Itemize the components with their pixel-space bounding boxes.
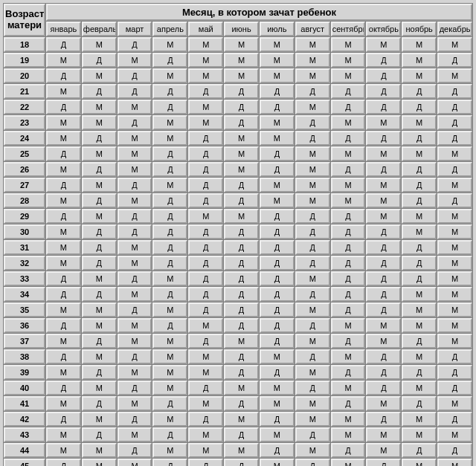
value-cell: Д: [152, 427, 187, 442]
value-cell: М: [295, 162, 330, 177]
value-cell: М: [402, 459, 437, 466]
age-cell: 24: [4, 131, 45, 146]
value-cell: Д: [224, 271, 259, 286]
value-cell: Д: [295, 84, 330, 99]
value-cell: Д: [331, 365, 366, 380]
age-cell: 41: [4, 396, 45, 411]
value-cell: Д: [152, 162, 187, 177]
value-cell: М: [331, 318, 366, 333]
value-cell: Д: [402, 131, 437, 146]
table-row: 44ММДМММДМДМДД: [4, 443, 472, 458]
value-cell: Д: [331, 162, 366, 177]
month-header: март: [118, 22, 152, 36]
value-cell: М: [152, 131, 187, 146]
value-cell: М: [331, 178, 366, 192]
value-cell: М: [152, 443, 187, 458]
value-cell: М: [46, 240, 81, 255]
value-cell: Д: [224, 287, 259, 302]
age-cell: 37: [4, 334, 45, 349]
table-row: 37МДММДМДМДМДМ: [4, 334, 472, 349]
value-cell: М: [402, 37, 437, 52]
value-cell: М: [152, 412, 187, 427]
age-cell: 20: [4, 68, 45, 83]
value-cell: М: [402, 381, 437, 395]
value-cell: М: [82, 115, 117, 130]
value-cell: Д: [224, 396, 259, 411]
value-cell: М: [224, 412, 259, 427]
value-cell: Д: [46, 178, 81, 192]
value-cell: Д: [402, 162, 437, 177]
value-cell: М: [295, 334, 330, 349]
value-cell: Д: [46, 100, 81, 114]
value-cell: Д: [366, 365, 401, 380]
value-cell: М: [118, 287, 152, 302]
value-cell: М: [331, 146, 366, 161]
value-cell: М: [152, 365, 187, 380]
value-cell: Д: [82, 256, 117, 271]
value-cell: М: [295, 193, 330, 208]
value-cell: М: [82, 459, 117, 466]
value-cell: Д: [295, 209, 330, 224]
value-cell: Д: [152, 224, 187, 239]
value-cell: М: [152, 178, 187, 192]
value-cell: Д: [366, 53, 401, 68]
value-cell: М: [188, 115, 223, 130]
month-header: январь: [46, 22, 81, 36]
value-cell: Д: [82, 365, 117, 380]
value-cell: М: [366, 178, 401, 192]
age-cell: 45: [4, 459, 45, 466]
value-cell: М: [331, 381, 366, 395]
value-cell: Д: [260, 162, 295, 177]
value-cell: М: [224, 209, 259, 224]
table-row: 22ДММДМДДМДДДД: [4, 100, 472, 114]
month-header: февраль: [82, 22, 117, 36]
value-cell: М: [188, 37, 223, 52]
value-cell: М: [366, 115, 401, 130]
value-cell: М: [188, 318, 223, 333]
value-cell: М: [402, 427, 437, 442]
value-cell: Д: [188, 459, 223, 466]
value-cell: М: [437, 427, 472, 442]
value-cell: Д: [188, 287, 223, 302]
value-cell: Д: [224, 349, 259, 364]
value-cell: М: [295, 146, 330, 161]
value-cell: М: [118, 146, 152, 161]
value-cell: Д: [331, 131, 366, 146]
value-cell: М: [260, 115, 295, 130]
value-cell: М: [260, 37, 295, 52]
value-cell: М: [402, 224, 437, 239]
value-cell: Д: [188, 302, 223, 317]
value-cell: Д: [152, 209, 187, 224]
value-cell: М: [295, 37, 330, 52]
value-cell: М: [366, 193, 401, 208]
value-cell: Д: [118, 443, 152, 458]
value-cell: Д: [188, 224, 223, 239]
value-cell: М: [437, 178, 472, 192]
value-cell: Д: [402, 365, 437, 380]
value-cell: Д: [437, 381, 472, 395]
value-cell: М: [188, 209, 223, 224]
value-cell: М: [82, 412, 117, 427]
value-cell: М: [366, 427, 401, 442]
value-cell: Д: [366, 240, 401, 255]
value-cell: М: [402, 349, 437, 364]
value-cell: Д: [118, 68, 152, 83]
value-cell: Д: [46, 287, 81, 302]
table-row: 30МДДДДДДДДДММ: [4, 224, 472, 239]
value-cell: Д: [46, 146, 81, 161]
value-cell: Д: [331, 443, 366, 458]
value-cell: Д: [331, 256, 366, 271]
value-cell: Д: [224, 178, 259, 192]
age-cell: 30: [4, 224, 45, 239]
table-row: 38ДМДММДМДМДМД: [4, 349, 472, 364]
value-cell: Д: [260, 100, 295, 114]
value-cell: Д: [224, 365, 259, 380]
value-cell: Д: [295, 427, 330, 442]
data-body: 18ДМДМММММММММ19МДМДМММММДМД20ДМДММММММД…: [4, 37, 472, 466]
value-cell: Д: [224, 318, 259, 333]
value-cell: Д: [224, 84, 259, 99]
value-cell: Д: [331, 396, 366, 411]
value-cell: Д: [224, 459, 259, 466]
value-cell: М: [46, 396, 81, 411]
value-cell: Д: [331, 271, 366, 286]
